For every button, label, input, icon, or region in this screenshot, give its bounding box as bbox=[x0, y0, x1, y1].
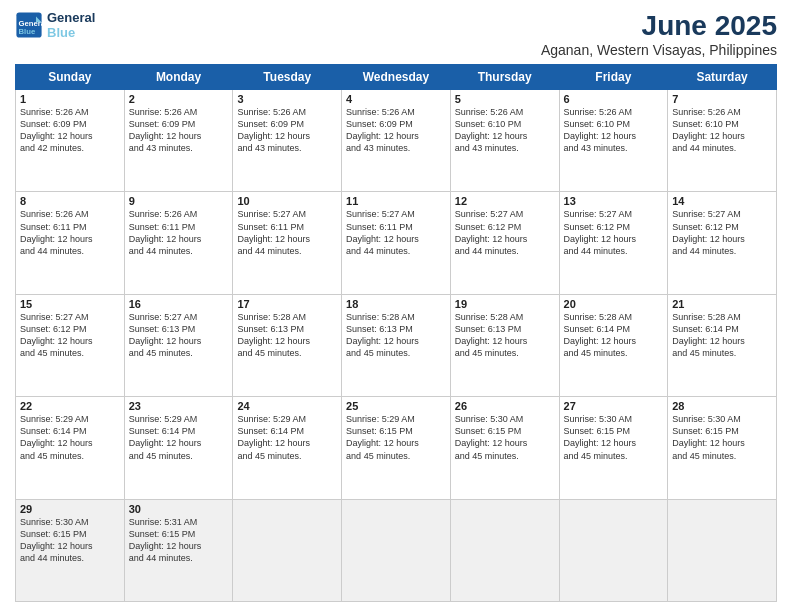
day-cell: 25Sunrise: 5:29 AMSunset: 6:15 PMDayligh… bbox=[342, 397, 451, 499]
day-cell: 24Sunrise: 5:29 AMSunset: 6:14 PMDayligh… bbox=[233, 397, 342, 499]
day-cell: 5Sunrise: 5:26 AMSunset: 6:10 PMDaylight… bbox=[450, 90, 559, 192]
day-cell: 30Sunrise: 5:31 AMSunset: 6:15 PMDayligh… bbox=[124, 499, 233, 601]
day-number: 23 bbox=[129, 400, 229, 412]
day-info: Sunrise: 5:29 AMSunset: 6:14 PMDaylight:… bbox=[20, 414, 93, 460]
day-cell: 27Sunrise: 5:30 AMSunset: 6:15 PMDayligh… bbox=[559, 397, 668, 499]
day-info: Sunrise: 5:29 AMSunset: 6:14 PMDaylight:… bbox=[237, 414, 310, 460]
day-cell: 15Sunrise: 5:27 AMSunset: 6:12 PMDayligh… bbox=[16, 294, 125, 396]
day-number: 16 bbox=[129, 298, 229, 310]
day-number: 2 bbox=[129, 93, 229, 105]
day-cell: 22Sunrise: 5:29 AMSunset: 6:14 PMDayligh… bbox=[16, 397, 125, 499]
day-number: 25 bbox=[346, 400, 446, 412]
day-info: Sunrise: 5:27 AMSunset: 6:12 PMDaylight:… bbox=[564, 209, 637, 255]
weekday-wednesday: Wednesday bbox=[342, 65, 451, 90]
day-cell: 9Sunrise: 5:26 AMSunset: 6:11 PMDaylight… bbox=[124, 192, 233, 294]
page-subtitle: Aganan, Western Visayas, Philippines bbox=[541, 42, 777, 58]
day-info: Sunrise: 5:26 AMSunset: 6:11 PMDaylight:… bbox=[129, 209, 202, 255]
day-number: 19 bbox=[455, 298, 555, 310]
weekday-tuesday: Tuesday bbox=[233, 65, 342, 90]
day-number: 30 bbox=[129, 503, 229, 515]
day-info: Sunrise: 5:26 AMSunset: 6:09 PMDaylight:… bbox=[237, 107, 310, 153]
day-cell: 19Sunrise: 5:28 AMSunset: 6:13 PMDayligh… bbox=[450, 294, 559, 396]
weekday-saturday: Saturday bbox=[668, 65, 777, 90]
day-info: Sunrise: 5:26 AMSunset: 6:09 PMDaylight:… bbox=[20, 107, 93, 153]
page-title: June 2025 bbox=[541, 10, 777, 42]
day-info: Sunrise: 5:27 AMSunset: 6:13 PMDaylight:… bbox=[129, 312, 202, 358]
day-cell bbox=[342, 499, 451, 601]
week-row-3: 15Sunrise: 5:27 AMSunset: 6:12 PMDayligh… bbox=[16, 294, 777, 396]
day-cell: 18Sunrise: 5:28 AMSunset: 6:13 PMDayligh… bbox=[342, 294, 451, 396]
day-cell: 26Sunrise: 5:30 AMSunset: 6:15 PMDayligh… bbox=[450, 397, 559, 499]
day-number: 3 bbox=[237, 93, 337, 105]
calendar-table: SundayMondayTuesdayWednesdayThursdayFrid… bbox=[15, 64, 777, 602]
day-cell bbox=[233, 499, 342, 601]
day-number: 8 bbox=[20, 195, 120, 207]
day-number: 29 bbox=[20, 503, 120, 515]
day-cell: 13Sunrise: 5:27 AMSunset: 6:12 PMDayligh… bbox=[559, 192, 668, 294]
day-info: Sunrise: 5:27 AMSunset: 6:11 PMDaylight:… bbox=[346, 209, 419, 255]
day-info: Sunrise: 5:28 AMSunset: 6:13 PMDaylight:… bbox=[237, 312, 310, 358]
week-row-2: 8Sunrise: 5:26 AMSunset: 6:11 PMDaylight… bbox=[16, 192, 777, 294]
day-info: Sunrise: 5:31 AMSunset: 6:15 PMDaylight:… bbox=[129, 517, 202, 563]
day-number: 13 bbox=[564, 195, 664, 207]
logo-icon: General Blue bbox=[15, 11, 43, 39]
week-row-1: 1Sunrise: 5:26 AMSunset: 6:09 PMDaylight… bbox=[16, 90, 777, 192]
day-cell bbox=[450, 499, 559, 601]
day-info: Sunrise: 5:30 AMSunset: 6:15 PMDaylight:… bbox=[564, 414, 637, 460]
day-cell: 6Sunrise: 5:26 AMSunset: 6:10 PMDaylight… bbox=[559, 90, 668, 192]
svg-text:Blue: Blue bbox=[19, 27, 36, 36]
day-info: Sunrise: 5:27 AMSunset: 6:12 PMDaylight:… bbox=[20, 312, 93, 358]
day-number: 12 bbox=[455, 195, 555, 207]
day-info: Sunrise: 5:30 AMSunset: 6:15 PMDaylight:… bbox=[455, 414, 528, 460]
day-number: 14 bbox=[672, 195, 772, 207]
day-number: 21 bbox=[672, 298, 772, 310]
day-cell: 16Sunrise: 5:27 AMSunset: 6:13 PMDayligh… bbox=[124, 294, 233, 396]
day-cell: 17Sunrise: 5:28 AMSunset: 6:13 PMDayligh… bbox=[233, 294, 342, 396]
day-number: 24 bbox=[237, 400, 337, 412]
day-number: 26 bbox=[455, 400, 555, 412]
day-info: Sunrise: 5:26 AMSunset: 6:11 PMDaylight:… bbox=[20, 209, 93, 255]
week-row-4: 22Sunrise: 5:29 AMSunset: 6:14 PMDayligh… bbox=[16, 397, 777, 499]
day-cell: 3Sunrise: 5:26 AMSunset: 6:09 PMDaylight… bbox=[233, 90, 342, 192]
day-info: Sunrise: 5:28 AMSunset: 6:13 PMDaylight:… bbox=[455, 312, 528, 358]
day-info: Sunrise: 5:28 AMSunset: 6:13 PMDaylight:… bbox=[346, 312, 419, 358]
day-number: 28 bbox=[672, 400, 772, 412]
logo: General Blue General Blue bbox=[15, 10, 95, 40]
weekday-sunday: Sunday bbox=[16, 65, 125, 90]
day-number: 20 bbox=[564, 298, 664, 310]
day-number: 9 bbox=[129, 195, 229, 207]
day-info: Sunrise: 5:30 AMSunset: 6:15 PMDaylight:… bbox=[20, 517, 93, 563]
day-cell: 1Sunrise: 5:26 AMSunset: 6:09 PMDaylight… bbox=[16, 90, 125, 192]
day-number: 17 bbox=[237, 298, 337, 310]
week-row-5: 29Sunrise: 5:30 AMSunset: 6:15 PMDayligh… bbox=[16, 499, 777, 601]
day-info: Sunrise: 5:27 AMSunset: 6:12 PMDaylight:… bbox=[672, 209, 745, 255]
day-cell: 14Sunrise: 5:27 AMSunset: 6:12 PMDayligh… bbox=[668, 192, 777, 294]
day-info: Sunrise: 5:30 AMSunset: 6:15 PMDaylight:… bbox=[672, 414, 745, 460]
day-number: 7 bbox=[672, 93, 772, 105]
day-info: Sunrise: 5:26 AMSunset: 6:10 PMDaylight:… bbox=[564, 107, 637, 153]
day-cell bbox=[668, 499, 777, 601]
day-info: Sunrise: 5:28 AMSunset: 6:14 PMDaylight:… bbox=[564, 312, 637, 358]
day-info: Sunrise: 5:29 AMSunset: 6:15 PMDaylight:… bbox=[346, 414, 419, 460]
day-number: 1 bbox=[20, 93, 120, 105]
day-cell: 29Sunrise: 5:30 AMSunset: 6:15 PMDayligh… bbox=[16, 499, 125, 601]
day-info: Sunrise: 5:29 AMSunset: 6:14 PMDaylight:… bbox=[129, 414, 202, 460]
day-cell: 20Sunrise: 5:28 AMSunset: 6:14 PMDayligh… bbox=[559, 294, 668, 396]
day-info: Sunrise: 5:26 AMSunset: 6:09 PMDaylight:… bbox=[129, 107, 202, 153]
day-cell: 8Sunrise: 5:26 AMSunset: 6:11 PMDaylight… bbox=[16, 192, 125, 294]
header: General Blue General Blue June 2025 Agan… bbox=[15, 10, 777, 58]
day-info: Sunrise: 5:27 AMSunset: 6:11 PMDaylight:… bbox=[237, 209, 310, 255]
day-info: Sunrise: 5:27 AMSunset: 6:12 PMDaylight:… bbox=[455, 209, 528, 255]
day-number: 22 bbox=[20, 400, 120, 412]
day-cell: 2Sunrise: 5:26 AMSunset: 6:09 PMDaylight… bbox=[124, 90, 233, 192]
weekday-friday: Friday bbox=[559, 65, 668, 90]
day-number: 11 bbox=[346, 195, 446, 207]
day-cell bbox=[559, 499, 668, 601]
day-cell: 10Sunrise: 5:27 AMSunset: 6:11 PMDayligh… bbox=[233, 192, 342, 294]
day-number: 6 bbox=[564, 93, 664, 105]
day-number: 18 bbox=[346, 298, 446, 310]
title-block: June 2025 Aganan, Western Visayas, Phili… bbox=[541, 10, 777, 58]
day-cell: 7Sunrise: 5:26 AMSunset: 6:10 PMDaylight… bbox=[668, 90, 777, 192]
day-info: Sunrise: 5:26 AMSunset: 6:10 PMDaylight:… bbox=[672, 107, 745, 153]
day-number: 27 bbox=[564, 400, 664, 412]
